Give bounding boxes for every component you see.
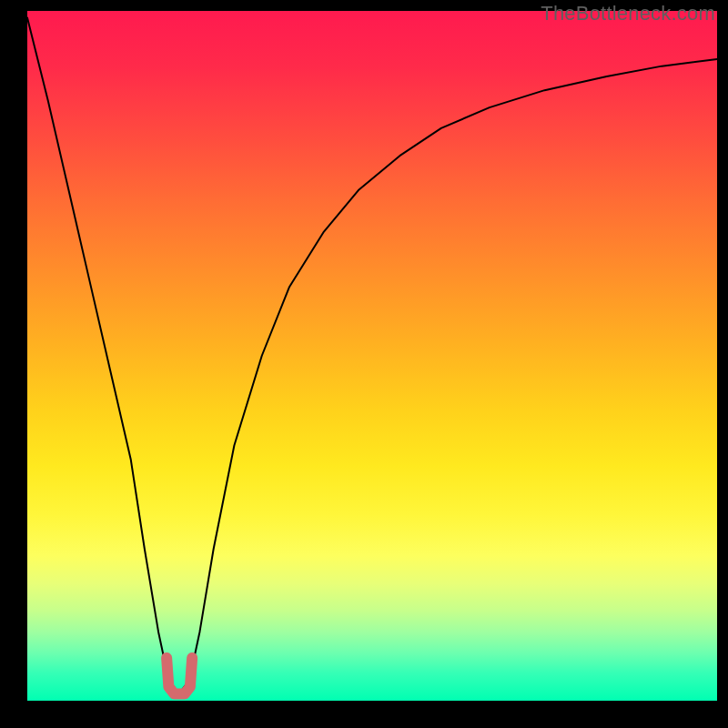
- watermark-text: TheBottleneck.com: [541, 2, 715, 25]
- curve-layer: [27, 11, 717, 701]
- chart-frame: TheBottleneck.com: [0, 0, 728, 728]
- series-bottleneck-curve: [27, 18, 717, 694]
- series-minimum-marker: [167, 658, 192, 693]
- plot-area: [27, 11, 717, 701]
